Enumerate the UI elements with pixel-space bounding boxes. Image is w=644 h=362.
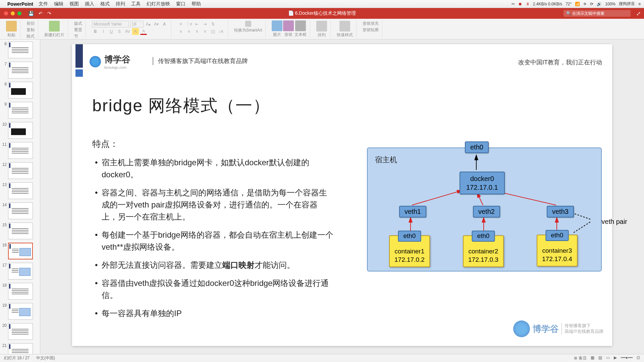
pause-icon[interactable]: ⏸ [526, 2, 530, 6]
close-button[interactable] [4, 11, 8, 15]
redo-icon[interactable]: ↷ [47, 11, 51, 16]
menu-format[interactable]: 格式 [100, 1, 110, 7]
menu-help[interactable]: 帮助 [192, 1, 201, 7]
slideshow-view-icon[interactable]: ▶ [614, 355, 617, 361]
menu-slideshow[interactable]: 幻灯片放映 [147, 1, 170, 7]
slide-thumb-6[interactable] [8, 42, 33, 58]
font-select[interactable] [92, 21, 129, 27]
slide-thumb-10[interactable] [8, 122, 33, 139]
slide-thumb-20[interactable] [8, 323, 33, 340]
slide-content[interactable]: 特点： 宿主机上需要单独的bridge网卡，如默认docker默认创建的dock… [92, 138, 334, 325]
textbox-button[interactable]: 文本框 [294, 20, 307, 38]
menu-window[interactable]: 窗口 [176, 1, 185, 7]
sorter-view-icon[interactable]: ▤ [598, 355, 602, 361]
arrange-button[interactable]: 排列 [316, 21, 327, 38]
slide-thumb-21[interactable] [8, 343, 33, 354]
section-button[interactable]: 节 [74, 34, 82, 39]
speaker-icon[interactable]: 🔊 [597, 2, 602, 6]
quickstyle-button[interactable]: 快速样式 [337, 21, 353, 38]
reset-button[interactable]: 重置 [74, 27, 82, 33]
justify-icon[interactable]: ≡ [202, 28, 208, 35]
format-button[interactable]: 格式 [26, 34, 35, 39]
slide-thumb-17[interactable] [8, 263, 33, 280]
italic-icon[interactable]: I [100, 28, 107, 35]
align-right-icon[interactable]: ≡ [194, 28, 200, 35]
normal-view-icon[interactable]: ▦ [591, 355, 594, 361]
picture-button[interactable]: 图片 [272, 20, 282, 38]
new-slide-button[interactable]: 新建幻灯片 [44, 21, 64, 38]
save-icon[interactable]: 💾 [28, 11, 34, 16]
align-left-icon[interactable]: ≡ [177, 28, 184, 35]
shape-outline-button[interactable]: 形状轮廓 [363, 27, 379, 33]
slide-thumb-9[interactable] [8, 102, 33, 119]
expand-icon[interactable]: ⤢ [636, 10, 641, 17]
paste-button[interactable]: 粘贴 [6, 21, 17, 38]
menu-arrange[interactable]: 排列 [116, 1, 125, 7]
strike-icon[interactable]: S [116, 28, 123, 35]
menu-file[interactable]: 文件 [39, 1, 48, 7]
shape-button[interactable]: 形状 [283, 20, 294, 38]
layout-button[interactable]: 版式 [74, 21, 82, 26]
app-name[interactable]: PowerPoint [7, 1, 33, 7]
increase-font-icon[interactable]: A▴ [145, 21, 152, 27]
decrease-font-icon[interactable]: A▾ [153, 21, 160, 27]
undo-icon[interactable]: ↶ [39, 11, 43, 16]
shadow-icon[interactable]: AV [124, 28, 131, 35]
slide-thumb-14[interactable] [8, 202, 33, 219]
menu-view[interactable]: 视图 [69, 1, 79, 7]
slide[interactable]: 博学谷boxuegu.com 传智播客旗下高端IT在线教育品牌 改变中国IT教育… [72, 44, 612, 346]
line-spacing-icon[interactable]: ⇅ [210, 21, 216, 27]
bold-icon[interactable]: B [92, 28, 99, 35]
slide-thumb-8[interactable] [8, 82, 33, 99]
minimize-button[interactable] [11, 11, 15, 15]
highlight-icon[interactable]: A [132, 28, 139, 35]
sync-icon[interactable]: ⟳ [590, 2, 593, 6]
search-input[interactable]: 🔍 在演示文稿中搜索 [564, 10, 631, 17]
convert-smartart-button[interactable]: 转换为SmartArt [234, 21, 262, 33]
slide-thumb-11[interactable] [8, 142, 33, 159]
indent-left-icon[interactable]: ⇤ [194, 21, 200, 27]
shape-fill-button[interactable]: 形状填充 [363, 21, 379, 26]
columns-icon[interactable]: ▯▯ [210, 28, 216, 35]
slide-thumb-19[interactable] [8, 303, 33, 320]
wifi-icon[interactable]: 📶 [575, 2, 580, 6]
cut-button[interactable]: 剪切 [26, 21, 35, 26]
font-size-select[interactable] [130, 21, 144, 27]
battery-icon[interactable]: 100% [605, 2, 615, 6]
thumb-number: 10 [1, 122, 7, 127]
reading-view-icon[interactable]: ▭ [606, 355, 610, 361]
zoom-slider[interactable]: ━━●━━ [621, 355, 633, 361]
numbering-icon[interactable]: ⋮≡ [185, 21, 192, 27]
underline-icon[interactable]: U [108, 28, 115, 35]
temp-icon[interactable]: 72° [566, 2, 572, 6]
slide-thumbnails[interactable]: 67891011121314151617181920212223 [0, 40, 40, 354]
slide-title[interactable]: bridge 网络模式（一） [92, 95, 270, 117]
record-icon[interactable]: ⏺ [518, 2, 522, 6]
notif-icon[interactable]: ≡ [638, 2, 641, 6]
slide-thumb-7[interactable] [8, 62, 33, 78]
text-direction-icon[interactable]: ↕A [218, 28, 224, 35]
menu-edit[interactable]: 编辑 [54, 1, 63, 7]
fit-icon[interactable]: ⊡ [637, 355, 640, 361]
menu-tools[interactable]: 工具 [131, 1, 141, 7]
slide-thumb-12[interactable] [8, 162, 33, 179]
network-diagram[interactable]: 宿主机 eth0 docker0172 [362, 141, 604, 272]
slide-canvas[interactable]: 博学谷boxuegu.com 传智播客旗下高端IT在线教育品牌 改变中国IT教育… [40, 40, 644, 354]
ime-label[interactable]: 搜狗拼音 [619, 1, 635, 7]
indent-right-icon[interactable]: ⇥ [202, 21, 208, 27]
slide-thumb-18[interactable] [8, 283, 33, 300]
language-indicator[interactable]: 中文(中国) [36, 355, 55, 361]
scissors-icon[interactable]: ✂ [512, 2, 515, 6]
slide-thumb-16[interactable] [8, 243, 33, 259]
slide-thumb-13[interactable] [8, 182, 33, 199]
copy-button[interactable]: 复制 [26, 27, 35, 33]
paperplane-icon[interactable]: ✈ [583, 2, 587, 6]
slide-thumb-15[interactable] [8, 223, 33, 239]
maximize-button[interactable] [17, 11, 21, 15]
bullets-icon[interactable]: ≡ [177, 21, 184, 27]
align-center-icon[interactable]: ≡ [185, 28, 192, 35]
font-color-icon[interactable]: A [140, 28, 147, 35]
notes-button[interactable]: ≣ 备注 [574, 355, 586, 361]
clear-format-icon[interactable]: A̸ [161, 21, 168, 27]
menu-insert[interactable]: 插入 [85, 1, 94, 7]
